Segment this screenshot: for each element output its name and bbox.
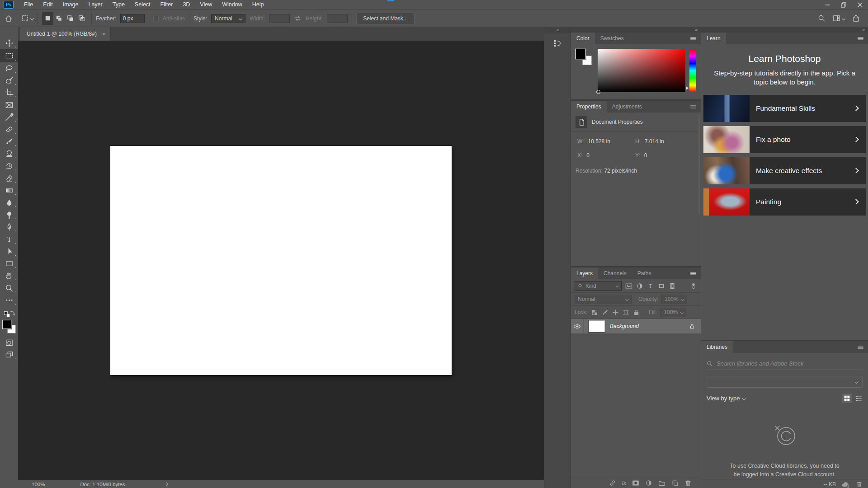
menu-3d[interactable]: 3D — [178, 0, 195, 9]
learn-card-fundamental-skills[interactable]: Fundamental Skills — [703, 95, 866, 122]
menu-layer[interactable]: Layer — [83, 0, 107, 9]
style-select[interactable]: Normal — [211, 14, 245, 23]
layer-thumbnail[interactable] — [589, 320, 605, 332]
new-adjustment-layer-button[interactable] — [645, 479, 652, 487]
hue-slider-marker[interactable] — [686, 86, 689, 90]
default-and-swap-colors[interactable] — [0, 310, 18, 318]
search-button[interactable] — [818, 14, 826, 22]
add-to-selection-button[interactable] — [53, 12, 65, 25]
blur-tool[interactable] — [0, 197, 18, 209]
new-selection-button[interactable] — [42, 12, 53, 25]
libraries-search-input[interactable] — [717, 360, 863, 367]
document-canvas[interactable] — [110, 146, 452, 375]
zoom-tool[interactable] — [0, 282, 18, 294]
expand-dock-button[interactable]: » — [701, 27, 868, 33]
eraser-tool[interactable] — [0, 172, 18, 184]
panel-menu-icon[interactable] — [690, 101, 701, 113]
lock-transparency-icon[interactable] — [591, 309, 598, 316]
filter-adjustment-layers-icon[interactable] — [636, 282, 643, 290]
layer-name[interactable]: Background — [610, 323, 639, 329]
swap-width-height-button[interactable] — [294, 13, 302, 24]
quick-mask-mode-button[interactable] — [0, 337, 18, 349]
tab-swatches[interactable]: Swatches — [595, 33, 629, 44]
document-tab[interactable]: Untitled-1 @ 100% (RGB/8#) × — [20, 27, 111, 41]
share-button[interactable] — [852, 14, 860, 22]
color-picker-marker[interactable] — [596, 90, 600, 94]
rectangular-marquee-tool[interactable] — [0, 49, 18, 62]
tab-properties[interactable]: Properties — [571, 101, 607, 113]
menu-type[interactable]: Type — [108, 0, 130, 9]
feather-input[interactable] — [120, 14, 145, 23]
quick-selection-tool[interactable] — [0, 75, 18, 87]
blend-mode-select[interactable]: Normal — [575, 295, 632, 304]
layer-visibility-toggle[interactable] — [571, 319, 584, 333]
edit-toolbar-button[interactable] — [0, 294, 18, 306]
learn-card-make-creative-effects[interactable]: Make creative effects — [703, 157, 866, 184]
lock-pixels-icon[interactable] — [602, 309, 609, 316]
history-panel-icon[interactable] — [551, 38, 564, 51]
menu-file[interactable]: File — [19, 0, 38, 9]
layer-style-button[interactable]: fx — [622, 480, 626, 486]
new-group-button[interactable] — [658, 479, 665, 487]
minimize-button[interactable] — [819, 0, 835, 10]
history-brush-tool[interactable] — [0, 160, 18, 172]
dodge-tool[interactable] — [0, 209, 18, 221]
opacity-select[interactable]: 100% — [661, 295, 687, 304]
foreground-background-colors[interactable] — [0, 319, 18, 337]
filter-smart-objects-icon[interactable] — [669, 282, 676, 290]
add-layer-mask-button[interactable] — [632, 479, 639, 487]
pen-tool[interactable] — [0, 221, 18, 233]
tab-adjustments[interactable]: Adjustments — [607, 101, 647, 113]
learn-card-painting[interactable]: Painting — [703, 188, 866, 216]
menu-select[interactable]: Select — [130, 0, 156, 9]
link-layers-button[interactable] — [609, 479, 616, 487]
tab-color[interactable]: Color — [571, 33, 595, 44]
foreground-color-swatch[interactable] — [2, 320, 11, 329]
intersect-selection-button[interactable] — [76, 12, 87, 25]
new-layer-button[interactable] — [671, 479, 679, 487]
learn-card-fix-a-photo[interactable]: Fix a photo — [703, 126, 866, 153]
expand-dock-button[interactable]: » — [571, 27, 701, 33]
layer-row-background[interactable]: Background — [571, 319, 701, 333]
panel-menu-icon[interactable] — [857, 33, 868, 44]
anti-alias-checkbox[interactable] — [153, 13, 159, 24]
panel-menu-icon[interactable] — [690, 267, 701, 279]
grid-view-button[interactable] — [842, 394, 852, 403]
foreground-background-preview[interactable] — [576, 49, 594, 92]
zoom-level-field[interactable]: 100% — [32, 482, 45, 487]
move-tool[interactable] — [0, 37, 18, 49]
delete-layer-button[interactable] — [684, 479, 692, 487]
list-view-button[interactable] — [855, 395, 863, 402]
tool-preset-marquee[interactable] — [21, 13, 33, 24]
path-selection-tool[interactable] — [0, 245, 18, 258]
filter-type-layers-icon[interactable]: T — [647, 282, 654, 290]
workspace-switcher-button[interactable] — [833, 13, 845, 24]
filter-toggle-switch[interactable] — [690, 282, 697, 290]
panel-menu-icon[interactable] — [857, 341, 868, 353]
height-input[interactable] — [327, 14, 348, 23]
menu-edit[interactable]: Edit — [38, 0, 58, 9]
tab-channels[interactable]: Channels — [598, 267, 632, 279]
restore-button[interactable] — [835, 0, 852, 10]
spot-healing-brush-tool[interactable] — [0, 123, 18, 136]
filter-pixel-layers-icon[interactable] — [625, 282, 632, 290]
home-button[interactable] — [5, 13, 13, 24]
filter-shape-layers-icon[interactable] — [658, 282, 665, 290]
crop-tool[interactable] — [0, 87, 18, 99]
panel-menu-icon[interactable] — [690, 33, 701, 44]
tab-learn[interactable]: Learn — [701, 33, 726, 44]
close-tab-icon[interactable]: × — [102, 31, 106, 38]
saturation-brightness-field[interactable] — [598, 49, 685, 92]
hue-gradient-bar[interactable] — [689, 49, 696, 92]
foreground-swatch[interactable] — [576, 49, 586, 59]
menu-image[interactable]: Image — [58, 0, 84, 9]
lock-all-icon[interactable] — [633, 309, 640, 316]
status-options-chevron[interactable] — [164, 482, 168, 486]
frame-tool[interactable] — [0, 99, 18, 111]
select-and-mask-button[interactable]: Select and Mask... — [356, 13, 415, 24]
width-input[interactable] — [269, 14, 290, 23]
lasso-tool[interactable] — [0, 62, 18, 75]
filter-kind-select[interactable]: Kind — [575, 281, 622, 291]
collapse-dock-button[interactable]: « — [544, 27, 571, 33]
scrollbar[interactable] — [698, 115, 700, 215]
